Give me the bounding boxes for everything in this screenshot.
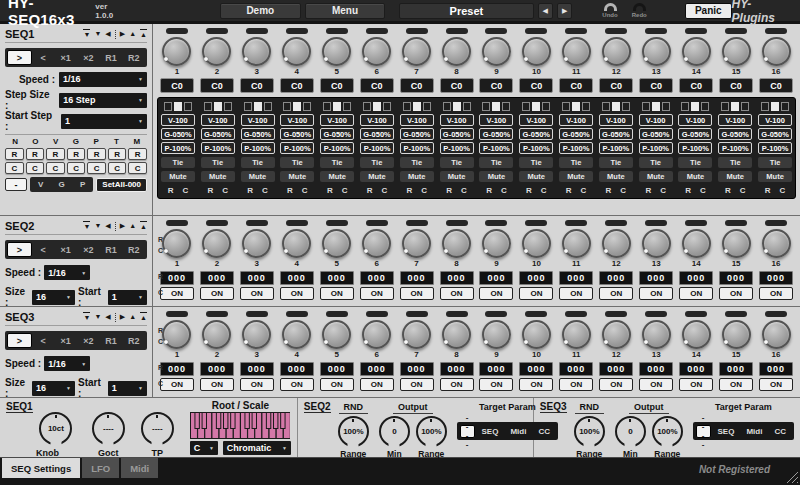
note-knob[interactable] xyxy=(322,37,351,66)
panic-button[interactable]: Panic xyxy=(685,3,732,19)
octave-selector[interactable] xyxy=(283,102,311,111)
note-value[interactable]: C0 xyxy=(240,78,274,93)
direction-mode-button[interactable]: < xyxy=(32,333,55,348)
gate-value[interactable]: G-050% xyxy=(161,128,195,140)
value-knob[interactable] xyxy=(522,320,551,349)
value-knob[interactable] xyxy=(282,320,311,349)
gate-value[interactable]: G-050% xyxy=(479,128,513,140)
undo-button[interactable]: Undo xyxy=(598,3,621,18)
gate-value[interactable]: G-050% xyxy=(280,128,314,140)
velocity-value[interactable]: V-100 xyxy=(559,114,593,126)
gate-value[interactable]: G-050% xyxy=(320,128,354,140)
shift-to-top-icon[interactable]: ▲ xyxy=(140,312,147,322)
size-dropdown[interactable]: 16▼ xyxy=(32,381,75,396)
value-knob[interactable] xyxy=(482,320,511,349)
tie-button[interactable]: Tie xyxy=(320,157,354,168)
note-knob[interactable] xyxy=(282,37,311,66)
shift-down-icon[interactable]: ▼ xyxy=(94,30,101,38)
mute-button[interactable]: Mute xyxy=(280,171,314,182)
octave-selector[interactable] xyxy=(681,102,709,111)
octave-selector[interactable] xyxy=(244,102,272,111)
rnd-range-knob[interactable]: 100% xyxy=(574,416,605,447)
matrix-button[interactable]: R xyxy=(128,148,147,160)
matrix-button[interactable]: C xyxy=(5,162,24,174)
clear-button[interactable]: C xyxy=(222,186,228,195)
step-on-button[interactable]: ON xyxy=(320,287,354,300)
direction-mode-button[interactable]: R1 xyxy=(100,333,123,348)
value-knob[interactable] xyxy=(282,229,311,258)
tie-button[interactable]: Tie xyxy=(678,157,712,168)
direction-mode-button[interactable]: ×2 xyxy=(77,333,100,348)
randomize-button[interactable]: R xyxy=(765,186,771,195)
tie-button[interactable]: Tie xyxy=(400,157,434,168)
tie-button[interactable]: Tie xyxy=(718,157,752,168)
step-value[interactable]: 000 xyxy=(160,271,194,285)
preset-prev-button[interactable]: ◀ xyxy=(538,3,553,19)
value-knob[interactable] xyxy=(682,320,711,349)
speed-dropdown[interactable]: 1/16▼ xyxy=(59,72,147,87)
randomize-button[interactable]: R xyxy=(526,186,532,195)
value-knob[interactable] xyxy=(482,229,511,258)
clear-button[interactable]: C xyxy=(302,186,308,195)
shift-left-icon[interactable]: ◀ xyxy=(105,313,110,321)
pan-value[interactable]: P-100% xyxy=(718,142,752,154)
note-knob[interactable] xyxy=(482,37,511,66)
octave-selector[interactable] xyxy=(363,102,391,111)
tie-button[interactable]: Tie xyxy=(559,157,593,168)
note-value[interactable]: C0 xyxy=(679,78,713,93)
direction-mode-button[interactable]: R2 xyxy=(122,333,145,348)
matrix-button[interactable]: R xyxy=(87,148,106,160)
note-value[interactable]: C0 xyxy=(440,78,474,93)
tie-button[interactable]: Tie xyxy=(599,157,633,168)
setting-knob[interactable]: 100% xyxy=(416,416,447,447)
matrix-button[interactable]: R xyxy=(26,148,45,160)
velocity-value[interactable]: V-100 xyxy=(479,114,513,126)
step-on-button[interactable]: ON xyxy=(200,287,234,300)
step-value[interactable]: 000 xyxy=(599,362,633,376)
tie-button[interactable]: Tie xyxy=(519,157,553,168)
pan-value[interactable]: P-100% xyxy=(400,142,434,154)
note-knob[interactable] xyxy=(362,37,391,66)
value-knob[interactable] xyxy=(402,229,431,258)
clear-button[interactable]: C xyxy=(501,186,507,195)
note-value[interactable]: C0 xyxy=(400,78,434,93)
mute-button[interactable]: Mute xyxy=(758,171,792,182)
step-on-button[interactable]: ON xyxy=(280,378,314,391)
step-value[interactable]: 000 xyxy=(759,362,793,376)
mute-button[interactable]: Mute xyxy=(161,171,195,182)
tie-button[interactable]: Tie xyxy=(280,157,314,168)
shift-left-icon[interactable]: ◀ xyxy=(105,222,110,230)
note-knob[interactable] xyxy=(442,37,471,66)
velocity-value[interactable]: V-100 xyxy=(241,114,275,126)
step-value[interactable]: 000 xyxy=(679,362,713,376)
octave-selector[interactable] xyxy=(443,102,471,111)
step-on-button[interactable]: ON xyxy=(160,378,194,391)
direction-mode-button[interactable]: < xyxy=(32,242,55,257)
step-value[interactable]: 000 xyxy=(559,362,593,376)
setting-knob[interactable]: 10ct xyxy=(39,412,72,445)
row-randomize-button[interactable]: R xyxy=(158,273,163,280)
step-value[interactable]: 000 xyxy=(320,271,354,285)
preset-next-button[interactable]: ▶ xyxy=(557,3,572,19)
value-knob[interactable] xyxy=(442,320,471,349)
step-value[interactable]: 000 xyxy=(440,362,474,376)
value-knob[interactable] xyxy=(242,229,271,258)
octave-selector[interactable] xyxy=(323,102,351,111)
value-knob[interactable] xyxy=(162,229,191,258)
root-scale-keyboard[interactable] xyxy=(190,412,290,439)
footer-tab[interactable]: LFO xyxy=(82,458,119,478)
step-on-button[interactable]: ON xyxy=(599,287,633,300)
direction-mode-button[interactable]: ×1 xyxy=(54,242,77,257)
setall-mode-selector[interactable]: VGP xyxy=(30,177,93,192)
pan-value[interactable]: P-100% xyxy=(241,142,275,154)
target-param-option[interactable]: Midi xyxy=(505,425,531,438)
value-knob[interactable] xyxy=(402,320,431,349)
note-knob[interactable] xyxy=(762,37,791,66)
shift-to-bottom-icon[interactable]: ▼ xyxy=(83,312,90,322)
target-param-option[interactable]: SEQ xyxy=(713,425,740,438)
pan-value[interactable]: P-100% xyxy=(479,142,513,154)
velocity-value[interactable]: V-100 xyxy=(599,114,633,126)
pan-value[interactable]: P-100% xyxy=(201,142,235,154)
step-on-button[interactable]: ON xyxy=(280,287,314,300)
velocity-value[interactable]: V-100 xyxy=(639,114,673,126)
